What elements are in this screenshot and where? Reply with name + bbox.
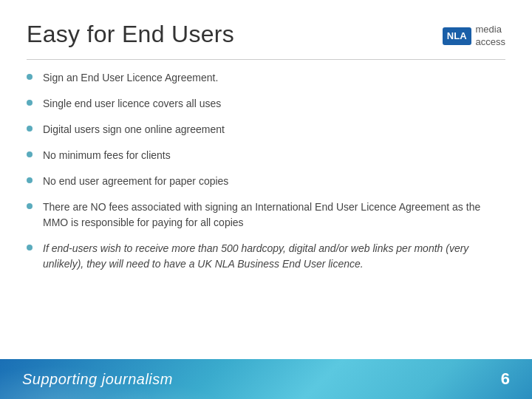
bullet-text: Sign an End User Licence Agreement. [43,70,505,86]
logo-line1: media [476,24,502,35]
list-item: If end-users wish to receive more than 5… [27,241,505,272]
footer: Supporting journalism 6 [0,359,532,399]
header: Easy for End Users NLA media access [0,0,532,56]
bullet-dot [27,151,33,157]
bullet-text: No end user agreement for paper copies [43,174,505,189]
slide: Easy for End Users NLA media access Sign… [0,0,532,399]
bullet-dot [27,177,33,183]
bullet-text: If end-users wish to receive more than 5… [43,241,505,272]
bullet-dot [27,126,33,132]
list-item: Sign an End User Licence Agreement. [27,70,505,86]
list-item: Single end user licence covers all uses [27,96,505,112]
list-item: No end user agreement for paper copies [27,174,505,189]
bullet-text: Digital users sign one online agreement [43,122,505,137]
logo-nla-box: NLA [443,27,471,45]
bullet-dot [27,245,33,250]
bullet-text: There are NO fees associated with signin… [43,200,505,231]
bullet-text: No minimum fees for clients [43,148,505,163]
content-area: Sign an End User Licence Agreement. Sing… [0,60,532,293]
logo: NLA media access [443,24,505,49]
footer-tagline: Supporting journalism [22,371,173,388]
logo-line2: access [476,36,505,47]
list-item: No minimum fees for clients [27,148,505,163]
bullet-text: Single end user licence covers all uses [43,96,505,112]
list-item: Digital users sign one online agreement [27,122,505,137]
logo-media-access: media access [476,24,505,49]
bullet-dot [27,74,33,80]
page-number: 6 [501,369,510,389]
list-item: There are NO fees associated with signin… [27,200,505,231]
bullet-dot [27,203,33,209]
bullet-dot [27,100,33,106]
page-title: Easy for End Users [27,21,234,48]
